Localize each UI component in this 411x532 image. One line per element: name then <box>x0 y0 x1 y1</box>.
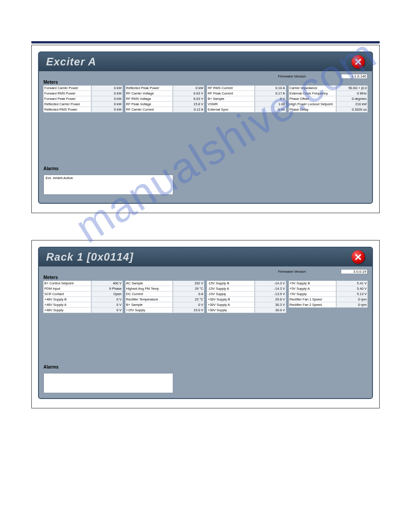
meters-label: Meters <box>43 80 368 85</box>
meter-label: RF Peak Voltage <box>125 102 173 107</box>
meter-value: 1.00 <box>255 102 286 107</box>
meter-value: 5.13 V <box>336 292 368 296</box>
meter-row: +30V Supply30.0 V <box>207 308 286 313</box>
meter-label: External Sync <box>207 107 255 112</box>
panel-header-rack: Rack 1 [0x0114] <box>39 248 372 266</box>
meter-value: 50.0Ω + j0.0 <box>336 86 368 90</box>
meter-row: External Clock Frequency0 MHz <box>289 91 368 96</box>
close-icon[interactable] <box>351 250 365 264</box>
meter-value: 332 V <box>173 281 204 286</box>
meter-value: 0 kW <box>91 91 123 96</box>
meter-row: +5V Supply5.13 V <box>289 292 368 297</box>
meter-label: +48V Supply <box>43 308 91 313</box>
meter-row: Rectifier Fan 1 Speed0 rpm <box>289 297 368 302</box>
close-icon[interactable] <box>351 55 365 69</box>
panel-title: Exciter A <box>46 56 96 68</box>
meter-row: Highest Avg PM Temp29 °C <box>125 286 205 292</box>
meter-value: -14.3 V <box>255 286 286 291</box>
meter-row: +30V Supply A30.3 V <box>207 302 286 308</box>
meter-row: +48V Supply B0 V <box>43 297 123 302</box>
meter-value: 9 Phase <box>91 286 123 291</box>
meter-value: 0 A <box>173 292 204 296</box>
meter-value: 30.0 V <box>255 308 286 313</box>
meter-value: 0 degrees <box>336 96 368 101</box>
meter-value: 0.10 A <box>255 86 286 90</box>
panel-body-rack: Firmware Version 3.0.0.19 Meters B+ Cont… <box>39 266 372 398</box>
meter-label: RF Carrier Current <box>125 107 173 112</box>
meter-value: 0 V <box>173 302 204 307</box>
firmware-label: Firmware Version <box>278 270 327 274</box>
meter-value: 0 kW <box>91 96 123 101</box>
firmware-value: 1.1.0.140 <box>341 74 368 79</box>
meter-label: B+ Sample <box>207 96 255 101</box>
meter-row: Forward Carrier Power0 kW <box>43 86 123 91</box>
panel-exciter: Exciter A Firmware Version 1.1.0.140 Met… <box>38 51 373 204</box>
meter-label: +5V Supply B <box>289 281 337 286</box>
meter-label: Phase Offset <box>289 96 337 101</box>
figure-exciter: Exciter A Firmware Version 1.1.0.140 Met… <box>31 45 380 213</box>
meter-label: AC Sample <box>125 281 173 286</box>
meter-label: RF RMS Current <box>207 86 255 90</box>
meter-row: -15V Supply-13.9 V <box>207 292 286 297</box>
meter-row: VSWR1.00 <box>207 102 286 107</box>
meter-label: PDM Input <box>43 286 91 291</box>
meter-label: Rectifier Fan 1 Speed <box>289 297 337 302</box>
meter-value: 0.3020 us <box>336 107 368 112</box>
alarms-label: Alarms <box>43 166 368 171</box>
meter-label: B+ Sample <box>125 302 173 307</box>
meter-row: Rectifier Fan 2 Speed0 rpm <box>289 302 368 308</box>
meter-label: +30V Supply <box>207 308 255 313</box>
meter-value: 0 V <box>91 308 123 313</box>
meter-label: +5V Supply A <box>289 286 337 291</box>
meter-row: B+ Control Setpoint400 V <box>43 281 123 286</box>
meter-label: +48V Supply A <box>43 302 91 307</box>
meters-grid: Forward Carrier Power0 kWForward RMS Pow… <box>43 86 368 112</box>
meter-label: -15V Supply <box>207 292 255 296</box>
meter-row: AC Sample332 V <box>125 281 205 286</box>
firmware-label: Firmware Version <box>278 74 327 78</box>
alarm-text: Ext. Inhibit Active <box>46 176 73 180</box>
meter-label: RF Carrier Voltage <box>125 91 173 96</box>
meter-row: Forward RMS Power0 kW <box>43 91 123 96</box>
meter-row: Phase Delay0.3020 us <box>289 107 368 112</box>
meter-label: Reflected RMS Power <box>43 107 91 112</box>
meters-label: Meters <box>43 275 368 280</box>
alarms-box <box>43 373 173 393</box>
meter-row: +5V Supply A5.40 V <box>289 286 368 292</box>
meter-value: 0 V <box>91 302 123 307</box>
meter-value: -14.3 V <box>255 281 286 286</box>
meter-value: 0 kW <box>173 86 204 90</box>
meter-value: 0 rpm <box>336 302 368 307</box>
meter-row: -15V Supply B-14.3 V <box>207 281 286 286</box>
meter-value: 23 °C <box>173 297 204 302</box>
meter-row: +30V Supply B29.8 V <box>207 297 286 302</box>
meter-row: +48V Supply A0 V <box>43 302 123 308</box>
panel-title: Rack 1 [0x0114] <box>46 251 133 263</box>
meter-row: External Sync0 Hz <box>207 107 286 112</box>
meter-label: Reflected Carrier Power <box>43 102 91 107</box>
meter-value: 6.63 V <box>173 91 204 96</box>
meter-row: Carrier Impedance50.0Ω + j0.0 <box>289 86 368 91</box>
meter-label: +30V Supply B <box>207 297 255 302</box>
meter-label: -15V Supply A <box>207 286 255 291</box>
meter-label: Carrier Impedance <box>289 86 337 90</box>
meter-label: DC Current <box>125 292 173 296</box>
meter-value: 210 kW <box>336 102 368 107</box>
meter-row: DC Current0 A <box>125 292 205 297</box>
meter-row: RF Peak Current0.17 A <box>207 91 286 96</box>
meter-row: +15V Supply15.0 V <box>125 308 205 313</box>
meter-row: B+ Sample0 V <box>207 96 286 102</box>
meter-value: Open <box>91 292 123 296</box>
meter-row: -15V Supply A-14.3 V <box>207 286 286 292</box>
meter-row: RF RMS Current0.10 A <box>207 86 286 91</box>
meter-value: 400 V <box>91 281 123 286</box>
meter-row: Rectifier Temperature23 °C <box>125 297 205 302</box>
meter-row: +5V Supply B5.41 V <box>289 281 368 286</box>
meter-row: PDM Input9 Phase <box>43 286 123 292</box>
meter-value: 5.40 V <box>336 286 368 291</box>
meter-value: 0 V <box>91 297 123 302</box>
meter-value: 0 kW <box>91 86 123 90</box>
meter-row: Reflected Peak Power0 kW <box>125 86 205 91</box>
meter-label: Rectifier Fan 2 Speed <box>289 302 337 307</box>
alarms-label: Alarms <box>43 365 368 369</box>
